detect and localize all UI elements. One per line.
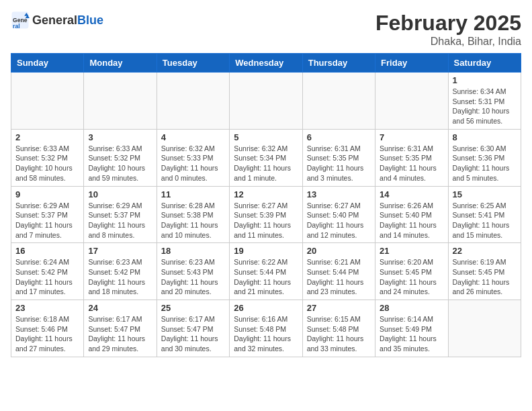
calendar-cell bbox=[11, 73, 84, 130]
day-info: Sunrise: 6:33 AM Sunset: 5:32 PM Dayligh… bbox=[15, 144, 79, 183]
day-info: Sunrise: 6:15 AM Sunset: 5:48 PM Dayligh… bbox=[307, 314, 371, 354]
calendar-cell: 26Sunrise: 6:16 AM Sunset: 5:48 PM Dayli… bbox=[230, 300, 302, 357]
calendar-cell: 6Sunrise: 6:31 AM Sunset: 5:35 PM Daylig… bbox=[302, 129, 375, 186]
month-year-title: February 2025 bbox=[375, 11, 521, 36]
day-info: Sunrise: 6:34 AM Sunset: 5:31 PM Dayligh… bbox=[453, 87, 517, 126]
logo-icon: Gene ral bbox=[11, 11, 30, 30]
calendar-cell: 8Sunrise: 6:30 AM Sunset: 5:36 PM Daylig… bbox=[448, 129, 521, 186]
day-number: 23 bbox=[15, 303, 79, 313]
day-info: Sunrise: 6:18 AM Sunset: 5:46 PM Dayligh… bbox=[15, 314, 79, 354]
day-info: Sunrise: 6:17 AM Sunset: 5:47 PM Dayligh… bbox=[161, 314, 225, 354]
calendar-cell: 17Sunrise: 6:23 AM Sunset: 5:42 PM Dayli… bbox=[84, 243, 157, 300]
day-number: 19 bbox=[234, 246, 298, 256]
day-number: 13 bbox=[307, 189, 371, 199]
day-info: Sunrise: 6:33 AM Sunset: 5:32 PM Dayligh… bbox=[88, 144, 152, 183]
day-number: 22 bbox=[453, 246, 517, 256]
calendar-cell: 7Sunrise: 6:31 AM Sunset: 5:35 PM Daylig… bbox=[375, 129, 448, 186]
calendar-header-row: SundayMondayTuesdayWednesdayThursdayFrid… bbox=[11, 54, 521, 73]
calendar-cell: 15Sunrise: 6:25 AM Sunset: 5:41 PM Dayli… bbox=[448, 186, 521, 243]
day-number: 4 bbox=[161, 132, 225, 142]
calendar-cell: 18Sunrise: 6:23 AM Sunset: 5:43 PM Dayli… bbox=[157, 243, 229, 300]
page-header: Gene ral GeneralBlue February 2025 Dhaka… bbox=[11, 11, 521, 48]
day-number: 1 bbox=[453, 75, 517, 85]
calendar-cell: 13Sunrise: 6:27 AM Sunset: 5:40 PM Dayli… bbox=[302, 186, 375, 243]
calendar-cell: 10Sunrise: 6:29 AM Sunset: 5:37 PM Dayli… bbox=[84, 186, 157, 243]
calendar-cell: 4Sunrise: 6:32 AM Sunset: 5:33 PM Daylig… bbox=[157, 129, 229, 186]
logo-blue-text: Blue bbox=[77, 13, 103, 27]
svg-text:ral: ral bbox=[13, 23, 19, 30]
calendar-cell: 24Sunrise: 6:17 AM Sunset: 5:47 PM Dayli… bbox=[84, 300, 157, 357]
day-number: 14 bbox=[380, 189, 443, 199]
calendar-cell: 27Sunrise: 6:15 AM Sunset: 5:48 PM Dayli… bbox=[302, 300, 375, 357]
calendar-cell: 23Sunrise: 6:18 AM Sunset: 5:46 PM Dayli… bbox=[11, 300, 84, 357]
day-number: 24 bbox=[88, 303, 152, 313]
col-header-saturday: Saturday bbox=[448, 54, 521, 73]
day-info: Sunrise: 6:27 AM Sunset: 5:39 PM Dayligh… bbox=[234, 201, 298, 240]
day-number: 15 bbox=[453, 189, 517, 199]
day-info: Sunrise: 6:20 AM Sunset: 5:45 PM Dayligh… bbox=[380, 257, 443, 297]
day-number: 12 bbox=[234, 189, 298, 199]
day-info: Sunrise: 6:21 AM Sunset: 5:44 PM Dayligh… bbox=[307, 257, 371, 297]
day-number: 3 bbox=[88, 132, 152, 142]
calendar-cell: 3Sunrise: 6:33 AM Sunset: 5:32 PM Daylig… bbox=[84, 129, 157, 186]
day-info: Sunrise: 6:19 AM Sunset: 5:45 PM Dayligh… bbox=[453, 257, 517, 297]
day-info: Sunrise: 6:24 AM Sunset: 5:42 PM Dayligh… bbox=[15, 257, 79, 297]
title-area: February 2025 Dhaka, Bihar, India bbox=[375, 11, 521, 48]
day-number: 7 bbox=[380, 132, 443, 142]
calendar-cell: 16Sunrise: 6:24 AM Sunset: 5:42 PM Dayli… bbox=[11, 243, 84, 300]
logo: Gene ral GeneralBlue bbox=[11, 11, 103, 30]
day-info: Sunrise: 6:28 AM Sunset: 5:38 PM Dayligh… bbox=[161, 201, 225, 240]
day-info: Sunrise: 6:29 AM Sunset: 5:37 PM Dayligh… bbox=[88, 201, 152, 240]
calendar-cell: 22Sunrise: 6:19 AM Sunset: 5:45 PM Dayli… bbox=[448, 243, 521, 300]
calendar-week-row: 23Sunrise: 6:18 AM Sunset: 5:46 PM Dayli… bbox=[11, 300, 521, 357]
day-info: Sunrise: 6:31 AM Sunset: 5:35 PM Dayligh… bbox=[307, 144, 371, 183]
col-header-sunday: Sunday bbox=[11, 54, 84, 73]
day-info: Sunrise: 6:22 AM Sunset: 5:44 PM Dayligh… bbox=[234, 257, 298, 297]
day-info: Sunrise: 6:17 AM Sunset: 5:47 PM Dayligh… bbox=[88, 314, 152, 354]
col-header-wednesday: Wednesday bbox=[230, 54, 302, 73]
day-number: 6 bbox=[307, 132, 371, 142]
day-number: 26 bbox=[234, 303, 298, 313]
day-number: 27 bbox=[307, 303, 371, 313]
day-number: 17 bbox=[88, 246, 152, 256]
day-info: Sunrise: 6:26 AM Sunset: 5:40 PM Dayligh… bbox=[380, 201, 443, 240]
calendar-cell: 21Sunrise: 6:20 AM Sunset: 5:45 PM Dayli… bbox=[375, 243, 448, 300]
col-header-friday: Friday bbox=[375, 54, 448, 73]
calendar-cell bbox=[375, 73, 448, 130]
day-info: Sunrise: 6:32 AM Sunset: 5:34 PM Dayligh… bbox=[234, 144, 298, 183]
calendar-week-row: 2Sunrise: 6:33 AM Sunset: 5:32 PM Daylig… bbox=[11, 129, 521, 186]
col-header-thursday: Thursday bbox=[302, 54, 375, 73]
day-info: Sunrise: 6:16 AM Sunset: 5:48 PM Dayligh… bbox=[234, 314, 298, 354]
calendar-cell: 19Sunrise: 6:22 AM Sunset: 5:44 PM Dayli… bbox=[230, 243, 302, 300]
calendar-table: SundayMondayTuesdayWednesdayThursdayFrid… bbox=[11, 53, 521, 357]
day-number: 21 bbox=[380, 246, 443, 256]
day-number: 25 bbox=[161, 303, 225, 313]
calendar-cell: 20Sunrise: 6:21 AM Sunset: 5:44 PM Dayli… bbox=[302, 243, 375, 300]
day-number: 11 bbox=[161, 189, 225, 199]
day-info: Sunrise: 6:30 AM Sunset: 5:36 PM Dayligh… bbox=[453, 144, 517, 183]
day-number: 28 bbox=[380, 303, 443, 313]
day-info: Sunrise: 6:14 AM Sunset: 5:49 PM Dayligh… bbox=[380, 314, 443, 354]
day-number: 2 bbox=[15, 132, 79, 142]
day-number: 20 bbox=[307, 246, 371, 256]
calendar-week-row: 9Sunrise: 6:29 AM Sunset: 5:37 PM Daylig… bbox=[11, 186, 521, 243]
day-number: 18 bbox=[161, 246, 225, 256]
day-number: 8 bbox=[453, 132, 517, 142]
logo-general-text: General bbox=[32, 13, 77, 27]
day-number: 9 bbox=[15, 189, 79, 199]
col-header-monday: Monday bbox=[84, 54, 157, 73]
calendar-cell: 5Sunrise: 6:32 AM Sunset: 5:34 PM Daylig… bbox=[230, 129, 302, 186]
day-info: Sunrise: 6:32 AM Sunset: 5:33 PM Dayligh… bbox=[161, 144, 225, 183]
day-info: Sunrise: 6:23 AM Sunset: 5:42 PM Dayligh… bbox=[88, 257, 152, 297]
calendar-cell: 28Sunrise: 6:14 AM Sunset: 5:49 PM Dayli… bbox=[375, 300, 448, 357]
location-subtitle: Dhaka, Bihar, India bbox=[375, 36, 521, 48]
day-info: Sunrise: 6:25 AM Sunset: 5:41 PM Dayligh… bbox=[453, 201, 517, 240]
day-number: 16 bbox=[15, 246, 79, 256]
calendar-cell: 14Sunrise: 6:26 AM Sunset: 5:40 PM Dayli… bbox=[375, 186, 448, 243]
calendar-cell: 12Sunrise: 6:27 AM Sunset: 5:39 PM Dayli… bbox=[230, 186, 302, 243]
calendar-week-row: 16Sunrise: 6:24 AM Sunset: 5:42 PM Dayli… bbox=[11, 243, 521, 300]
day-number: 10 bbox=[88, 189, 152, 199]
calendar-cell: 9Sunrise: 6:29 AM Sunset: 5:37 PM Daylig… bbox=[11, 186, 84, 243]
calendar-cell bbox=[448, 300, 521, 357]
calendar-cell: 2Sunrise: 6:33 AM Sunset: 5:32 PM Daylig… bbox=[11, 129, 84, 186]
